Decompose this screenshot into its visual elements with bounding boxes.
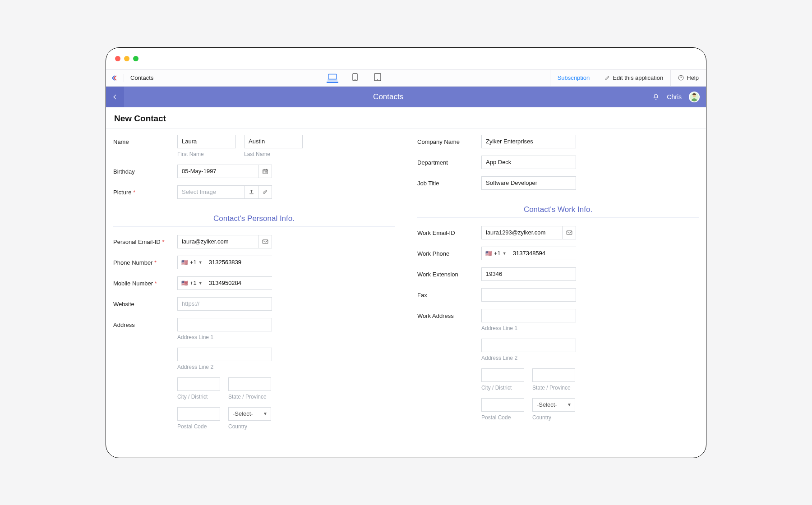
- device-desktop-icon[interactable]: [327, 73, 338, 83]
- help-button[interactable]: ? Help: [670, 70, 706, 86]
- section-divider: [113, 226, 395, 227]
- work-addr-line1-sublabel: Address Line 1: [481, 325, 699, 331]
- link-icon[interactable]: [258, 185, 272, 199]
- top-toolbar: Contacts Subscription Edit this applicat…: [106, 69, 706, 87]
- close-dot[interactable]: [115, 56, 120, 61]
- work-email-input[interactable]: [481, 226, 563, 239]
- website-input[interactable]: [177, 297, 272, 311]
- flag-icon: 🇺🇸: [181, 259, 188, 266]
- minimize-dot[interactable]: [124, 56, 129, 61]
- postal-sublabel: Postal Code: [177, 423, 220, 430]
- phone-input[interactable]: [206, 256, 287, 269]
- mobile-label: Mobile Number *: [113, 276, 177, 287]
- fax-label: Fax: [417, 288, 481, 298]
- work-country-sublabel: Country: [532, 414, 575, 421]
- edit-application-button[interactable]: Edit this application: [597, 70, 670, 86]
- department-input[interactable]: [481, 156, 576, 169]
- pencil-icon: [604, 75, 610, 81]
- company-input[interactable]: [481, 135, 576, 148]
- address-label: Address: [113, 318, 177, 328]
- form: Name First Name Last Name: [106, 129, 706, 458]
- page-title: New Contact: [106, 107, 706, 128]
- first-name-input[interactable]: [177, 135, 236, 148]
- work-phone-code: +1: [494, 250, 501, 257]
- chevron-down-icon[interactable]: ▼: [198, 281, 203, 285]
- device-tablet-icon[interactable]: [372, 73, 383, 83]
- calendar-icon[interactable]: [258, 165, 272, 178]
- jobtitle-input[interactable]: [481, 176, 576, 190]
- svg-rect-10: [567, 230, 572, 234]
- work-country-select[interactable]: [532, 398, 575, 412]
- work-city-input[interactable]: [481, 368, 524, 382]
- work-phone-label: Work Phone: [417, 247, 481, 257]
- work-postal-input[interactable]: [481, 398, 524, 412]
- name-label: Name: [113, 135, 177, 145]
- work-address-line2-input[interactable]: [481, 339, 576, 352]
- postal-input[interactable]: [177, 407, 220, 421]
- picture-label: Picture *: [113, 185, 177, 196]
- company-label: Company Name: [417, 135, 481, 145]
- last-name-input[interactable]: [244, 135, 303, 148]
- chevron-down-icon[interactable]: ▼: [198, 260, 203, 265]
- country-sublabel: Country: [228, 423, 271, 430]
- birthday-input[interactable]: [177, 165, 258, 178]
- chevron-down-icon[interactable]: ▼: [503, 251, 507, 256]
- mobile-code: +1: [190, 280, 197, 286]
- app-logo[interactable]: [106, 74, 124, 82]
- svg-rect-9: [263, 239, 268, 243]
- first-name-sublabel: First Name: [177, 151, 236, 157]
- department-label: Department: [417, 156, 481, 166]
- app-name: Contacts: [124, 74, 160, 81]
- bell-icon[interactable]: [652, 93, 660, 101]
- jobtitle-label: Job Title: [417, 176, 481, 187]
- phone-code: +1: [190, 259, 197, 266]
- work-addr-line2-sublabel: Address Line 2: [481, 355, 699, 361]
- work-phone-input-group: 🇺🇸 +1 ▼: [481, 247, 576, 260]
- personal-email-label: Personal Email-ID *: [113, 235, 177, 245]
- addr-line2-sublabel: Address Line 2: [177, 364, 395, 370]
- state-sublabel: State / Province: [228, 394, 271, 400]
- svg-rect-0: [328, 74, 336, 79]
- address-line2-input[interactable]: [177, 348, 272, 361]
- personal-email-input[interactable]: [177, 235, 258, 248]
- address-line1-input[interactable]: [177, 318, 272, 331]
- work-postal-sublabel: Postal Code: [481, 414, 524, 421]
- subscription-link[interactable]: Subscription: [550, 70, 597, 86]
- picture-input[interactable]: [177, 185, 245, 199]
- upload-icon[interactable]: [245, 185, 258, 199]
- work-state-sublabel: State / Province: [532, 385, 575, 391]
- svg-point-4: [377, 79, 378, 80]
- work-ext-input[interactable]: [481, 267, 576, 281]
- mobile-input-group: 🇺🇸 +1 ▼: [177, 276, 272, 290]
- svg-point-2: [355, 79, 355, 80]
- city-sublabel: City / District: [177, 394, 220, 400]
- state-input[interactable]: [228, 377, 271, 391]
- maximize-dot[interactable]: [133, 56, 138, 61]
- help-icon: ?: [678, 75, 684, 81]
- phone-label: Phone Number *: [113, 256, 177, 266]
- addr-line1-sublabel: Address Line 1: [177, 334, 395, 340]
- work-address-line1-input[interactable]: [481, 309, 576, 322]
- fax-input[interactable]: [481, 288, 576, 302]
- device-phone-icon[interactable]: [349, 73, 361, 83]
- work-email-label: Work Email-ID: [417, 226, 481, 236]
- last-name-sublabel: Last Name: [244, 151, 303, 157]
- mail-icon[interactable]: [258, 235, 272, 248]
- city-input[interactable]: [177, 377, 220, 391]
- birthday-label: Birthday: [113, 165, 177, 175]
- back-button[interactable]: [106, 87, 124, 107]
- mail-icon[interactable]: [563, 226, 576, 239]
- section-divider: [417, 217, 699, 218]
- phone-input-group: 🇺🇸 +1 ▼: [177, 256, 272, 269]
- work-address-label: Work Address: [417, 309, 481, 319]
- avatar[interactable]: [689, 92, 700, 102]
- work-state-input[interactable]: [532, 368, 575, 382]
- flag-icon: 🇺🇸: [181, 280, 188, 286]
- country-select[interactable]: [228, 407, 271, 421]
- work-phone-input[interactable]: [510, 247, 591, 260]
- svg-text:?: ?: [680, 76, 682, 80]
- user-name[interactable]: Chris: [667, 93, 682, 101]
- mobile-input[interactable]: [206, 277, 287, 289]
- flag-icon: 🇺🇸: [485, 250, 492, 257]
- page-header: Contacts Chris: [106, 87, 706, 107]
